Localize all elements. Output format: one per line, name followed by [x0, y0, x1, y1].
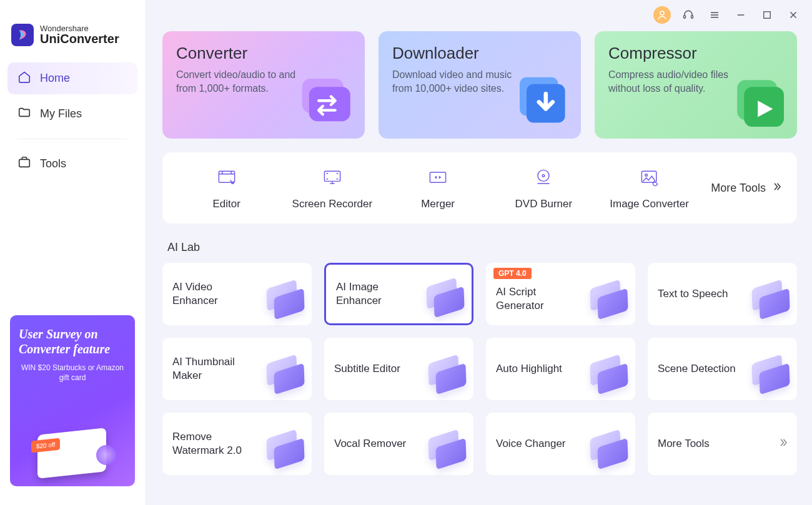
ailab-script-generator[interactable]: GPT 4.0 AI Script Generator	[486, 263, 635, 325]
scene-icon	[751, 359, 791, 394]
brand-top: Wondershare	[40, 24, 119, 33]
ailab-image-enhancer[interactable]: AI Image Enhancer	[324, 263, 473, 325]
sidebar-item-label: Tools	[40, 157, 66, 170]
video-enhance-icon	[265, 284, 305, 319]
tool-label: Image Converter	[610, 198, 689, 210]
chevron-right-icon	[771, 181, 782, 195]
svg-rect-4	[764, 12, 771, 19]
thumbnail-icon	[265, 359, 305, 394]
sidebar-nav: Home My Files Tools	[0, 62, 145, 184]
voice-changer-icon	[589, 434, 629, 469]
ailab-label: Scene Detection	[658, 362, 736, 376]
merger-icon	[425, 165, 450, 190]
svg-rect-13	[430, 172, 446, 182]
hero-title: Compressor	[608, 44, 783, 63]
svg-point-17	[645, 174, 647, 177]
ailab-auto-highlight[interactable]: Auto Highlight	[486, 338, 635, 400]
gpt-badge: GPT 4.0	[493, 268, 532, 279]
ailab-label: AI Video Enhancer	[172, 280, 260, 308]
hero-title: Downloader	[392, 44, 567, 63]
tool-dvd-burner[interactable]: DVD Burner	[491, 165, 597, 210]
script-icon	[589, 284, 629, 319]
svg-point-1	[660, 11, 664, 15]
ailab-label: AI Thumbnail Maker	[172, 355, 260, 383]
main: Converter Convert video/audio to and fro…	[145, 0, 812, 505]
tool-editor[interactable]: Editor	[174, 165, 279, 210]
ailab-label: Vocal Remover	[334, 437, 406, 451]
ailab-more-tools[interactable]: More Tools	[648, 413, 797, 475]
promo-banner[interactable]: User Survey on Converter feature WIN $20…	[10, 315, 135, 486]
sidebar-item-myfiles[interactable]: My Files	[7, 98, 137, 130]
ailab-label: Text to Speech	[658, 287, 728, 301]
tool-screen-recorder[interactable]: Screen Recorder	[279, 165, 385, 210]
ailab-remove-watermark[interactable]: Remove Watermark 2.0	[162, 413, 312, 475]
svg-rect-2	[684, 16, 686, 19]
sidebar-item-tools[interactable]: Tools	[7, 148, 137, 180]
hero-downloader[interactable]: Downloader Download video and music from…	[379, 31, 581, 139]
ailab-subtitle-editor[interactable]: Subtitle Editor	[324, 338, 473, 400]
ailab-label: Auto Highlight	[496, 362, 562, 376]
svg-rect-6	[309, 87, 350, 121]
ailab-scene-detection[interactable]: Scene Detection	[648, 338, 797, 400]
tool-label: Editor	[212, 198, 240, 210]
ailab-label: Voice Changer	[496, 437, 566, 451]
watermark-icon	[265, 434, 305, 469]
dvd-burner-icon	[531, 165, 556, 190]
sidebar-item-label: Home	[40, 72, 70, 85]
svg-rect-11	[219, 171, 234, 182]
tool-more[interactable]: More Tools	[702, 181, 786, 195]
screen-recorder-icon	[320, 165, 345, 190]
ailab-label: AI Script Generator	[496, 285, 583, 313]
ailab-heading: AI Lab	[167, 241, 797, 254]
menu-button[interactable]	[706, 6, 723, 24]
ailab-text-to-speech[interactable]: Text to Speech	[648, 263, 797, 325]
sidebar-item-home[interactable]: Home	[7, 62, 137, 94]
downloader-icon	[506, 65, 575, 134]
chevron-right-icon	[777, 437, 788, 451]
ailab-label: Subtitle Editor	[334, 362, 400, 376]
close-button[interactable]	[785, 6, 802, 24]
hero-converter[interactable]: Converter Convert video/audio to and fro…	[162, 31, 365, 139]
svg-point-14	[538, 170, 549, 181]
promo-subtitle: WIN $20 Starbucks or Amazon gift card	[19, 363, 126, 383]
tool-label: DVD Burner	[515, 198, 573, 210]
svg-rect-12	[324, 171, 340, 181]
tool-label: Screen Recorder	[292, 198, 373, 210]
ailab-voice-changer[interactable]: Voice Changer	[486, 413, 635, 475]
brand-bottom: UniConverter	[40, 32, 119, 46]
converter-icon	[290, 65, 359, 134]
minimize-button[interactable]	[732, 6, 750, 24]
sidebar-item-label: My Files	[40, 107, 82, 120]
ailab-grid: AI Video Enhancer AI Image Enhancer GPT …	[162, 263, 797, 475]
highlight-icon	[589, 359, 629, 394]
titlebar	[145, 0, 812, 26]
sidebar: Wondershare UniConverter Home My Files T…	[0, 0, 145, 505]
tool-label: Merger	[421, 198, 455, 210]
image-enhance-icon	[425, 282, 465, 317]
profile-button[interactable]	[653, 6, 671, 24]
hero-compressor[interactable]: Compressor Compress audio/video files wi…	[595, 31, 797, 139]
ailab-label: Remove Watermark 2.0	[172, 430, 260, 458]
nav-divider	[17, 139, 127, 139]
tool-merger[interactable]: Merger	[385, 165, 491, 210]
more-tools-label: More Tools	[711, 182, 766, 195]
ailab-thumbnail-maker[interactable]: AI Thumbnail Maker	[162, 338, 312, 400]
ailab-vocal-remover[interactable]: Vocal Remover	[324, 413, 473, 475]
maximize-button[interactable]	[758, 6, 776, 24]
svg-rect-0	[19, 159, 30, 167]
svg-point-15	[543, 175, 545, 177]
ailab-video-enhancer[interactable]: AI Video Enhancer	[162, 263, 312, 325]
compressor-icon	[722, 65, 791, 134]
editor-icon	[214, 165, 239, 190]
support-button[interactable]	[680, 6, 697, 24]
home-icon	[17, 70, 31, 87]
briefcase-icon	[17, 155, 31, 172]
svg-rect-3	[691, 16, 693, 19]
promo-title: User Survey on Converter feature	[19, 326, 126, 356]
folder-icon	[17, 105, 31, 122]
hero-title: Converter	[176, 44, 351, 63]
ailab-label: More Tools	[658, 437, 710, 451]
ailab-label: AI Image Enhancer	[336, 280, 423, 308]
tool-image-converter[interactable]: Image Converter	[597, 165, 702, 210]
tool-row: Editor Screen Recorder Merger DVD Burner…	[162, 152, 797, 223]
